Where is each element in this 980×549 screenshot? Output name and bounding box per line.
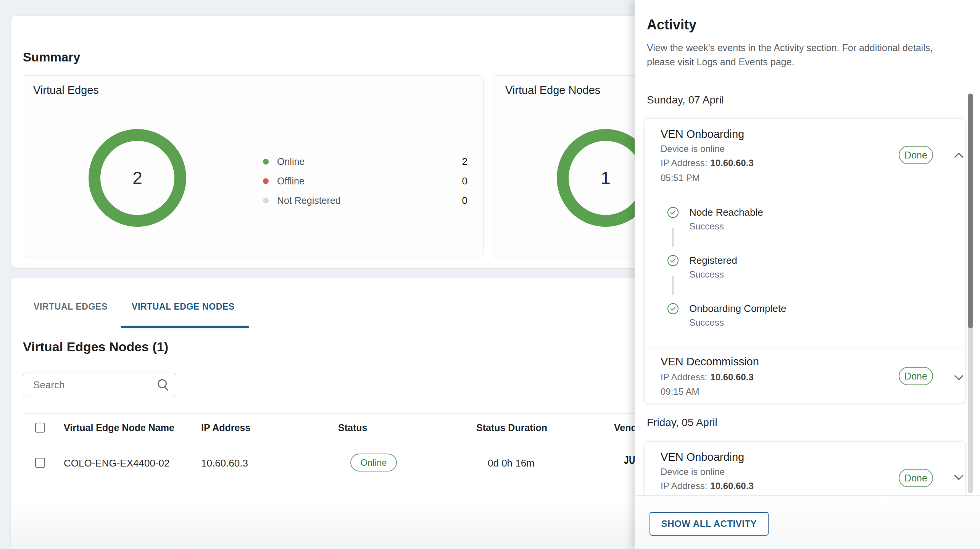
tab-virtual-edges[interactable]: VIRTUAL EDGES bbox=[34, 302, 108, 312]
summary-title: Summary bbox=[23, 50, 80, 65]
scrollbar-track[interactable] bbox=[968, 94, 973, 493]
legend-row-online: Online 2 bbox=[263, 155, 467, 168]
status-badge: Online bbox=[350, 454, 397, 471]
column-header-node-name: Virtual Edge Node Name bbox=[64, 422, 174, 433]
done-badge: Done bbox=[899, 367, 933, 385]
entry-subtitle: Device is online bbox=[661, 467, 725, 477]
done-badge-label: Done bbox=[904, 473, 927, 484]
row-checkbox[interactable] bbox=[35, 458, 45, 468]
select-all-checkbox[interactable] bbox=[35, 423, 45, 433]
legend-label: Offline bbox=[277, 176, 462, 187]
entry-ip-label: IP Address: bbox=[661, 481, 707, 491]
entry-ip-label: IP Address: bbox=[661, 158, 707, 168]
date-heading-friday: Friday, 05 April bbox=[647, 417, 717, 429]
step-status: Success bbox=[689, 221, 724, 232]
legend-value: 0 bbox=[462, 175, 467, 187]
chevron-down-icon[interactable] bbox=[954, 371, 963, 380]
legend-value: 2 bbox=[462, 156, 467, 168]
chevron-down-icon[interactable] bbox=[954, 471, 963, 480]
legend-label: Online bbox=[277, 156, 462, 167]
activity-footer: SHOW ALL ACTIVITY bbox=[635, 496, 980, 549]
step-connector bbox=[672, 228, 674, 247]
search-box bbox=[23, 373, 176, 397]
show-all-activity-button[interactable]: SHOW ALL ACTIVITY bbox=[650, 512, 769, 536]
search-icon bbox=[158, 379, 167, 388]
virtual-edges-card-title: Virtual Edges bbox=[33, 84, 99, 97]
step-status: Success bbox=[689, 317, 724, 328]
legend-label: Not Registered bbox=[277, 195, 462, 206]
step-connector bbox=[672, 275, 674, 295]
entry-ip: IP Address:10.60.60.3 bbox=[661, 372, 754, 383]
check-circle-icon bbox=[667, 207, 679, 218]
step-name: Onboarding Complete bbox=[689, 303, 786, 315]
virtual-edges-donut-chart: 2 bbox=[89, 129, 186, 227]
entry-divider bbox=[645, 347, 965, 347]
virtual-edge-nodes-card-title: Virtual Edge Nodes bbox=[505, 84, 600, 97]
activity-card-friday: VEN Onboarding Device is online IP Addre… bbox=[644, 441, 965, 495]
not-registered-dot-icon bbox=[263, 198, 269, 203]
search-input[interactable] bbox=[32, 376, 156, 394]
done-badge: Done bbox=[899, 146, 933, 164]
online-dot-icon bbox=[263, 159, 269, 165]
table-section-title: Virtual Edges Nodes (1) bbox=[23, 339, 168, 354]
legend-row-offline: Offline 0 bbox=[263, 174, 467, 188]
page: Summary Virtual Edges 2 Online 2 Offline… bbox=[0, 0, 980, 549]
entry-ip-value: 10.60.60.3 bbox=[710, 158, 753, 168]
active-tab-underline bbox=[121, 326, 249, 328]
done-badge: Done bbox=[899, 469, 933, 487]
legend-value: 0 bbox=[462, 195, 467, 207]
step-name: Registered bbox=[689, 255, 737, 266]
activity-card-sunday: VEN Onboarding Device is online IP Addre… bbox=[644, 118, 965, 403]
cell-status-duration: 0d 0h 16m bbox=[488, 457, 535, 469]
check-circle-icon bbox=[667, 255, 679, 266]
tab-virtual-edge-nodes[interactable]: VIRTUAL EDGE NODES bbox=[132, 302, 235, 312]
column-header-status: Status bbox=[338, 422, 367, 433]
entry-title: VEN Decommission bbox=[661, 355, 759, 368]
legend-row-not-registered: Not Registered 0 bbox=[263, 194, 467, 207]
column-header-ip-address: IP Address bbox=[201, 422, 250, 433]
column-header-status-duration: Status Duration bbox=[476, 422, 547, 433]
cell-node-name: COLO-ENG-EX4400-02 bbox=[64, 457, 169, 469]
offline-dot-icon bbox=[263, 178, 269, 184]
status-badge-label: Online bbox=[360, 457, 387, 468]
done-badge-label: Done bbox=[904, 371, 927, 382]
date-heading-sunday: Sunday, 07 April bbox=[647, 94, 724, 106]
activity-description: View the week's events in the Activity s… bbox=[647, 41, 959, 69]
step-status: Success bbox=[689, 269, 724, 280]
entry-ip: IP Address:10.60.60.3 bbox=[661, 158, 754, 168]
entry-title: VEN Onboarding bbox=[661, 451, 744, 463]
entry-subtitle: Device is online bbox=[661, 144, 725, 154]
activity-title: Activity bbox=[647, 17, 696, 33]
entry-ip-value: 10.60.60.3 bbox=[710, 481, 753, 491]
check-circle-icon bbox=[667, 303, 679, 314]
entry-ip-label: IP Address: bbox=[661, 372, 707, 382]
entry-time: 05:51 PM bbox=[661, 173, 700, 183]
cell-ip-address: 10.60.60.3 bbox=[201, 457, 248, 469]
entry-time: 09:15 AM bbox=[661, 386, 699, 397]
entry-ip-value: 10.60.60.3 bbox=[710, 372, 753, 382]
chevron-up-icon[interactable] bbox=[954, 152, 963, 161]
step-name: Node Reachable bbox=[689, 207, 763, 218]
done-badge-label: Done bbox=[904, 150, 927, 161]
virtual-edges-card-header: Virtual Edges bbox=[23, 76, 483, 105]
scrollbar-thumb[interactable] bbox=[968, 94, 973, 328]
virtual-edges-donut-total: 2 bbox=[132, 168, 142, 188]
entry-ip: IP Address:10.60.60.3 bbox=[661, 481, 754, 491]
activity-panel: Activity View the week's events in the A… bbox=[635, 0, 980, 549]
entry-title: VEN Onboarding bbox=[661, 128, 744, 140]
virtual-edge-nodes-donut-total: 1 bbox=[601, 168, 611, 188]
